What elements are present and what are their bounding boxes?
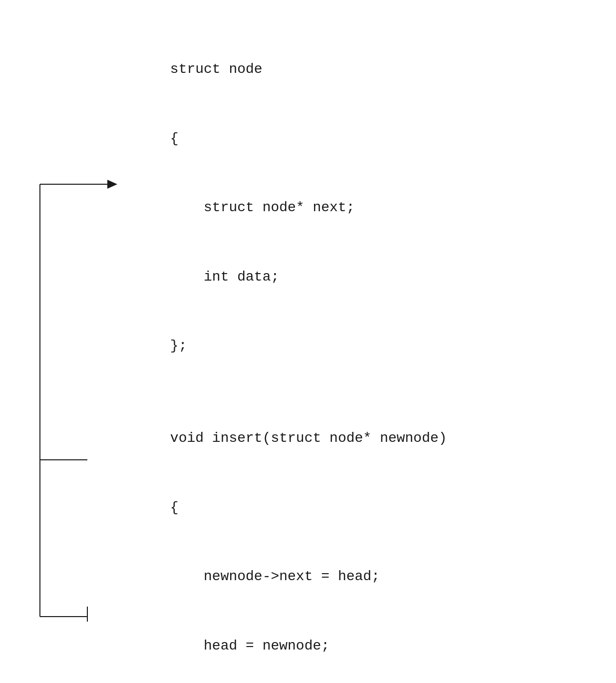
code-text-8: { [170,500,179,515]
code-text-5: }; [170,338,187,353]
code-line-8: { [120,473,616,543]
code-text-2: { [170,131,179,146]
code-line-10: head = newnode; [120,612,616,681]
code-line-2: { [120,104,616,174]
code-text-3: struct node* next; [170,200,355,215]
code-line-1: struct node [120,35,616,104]
code-line-5: }; [120,312,616,381]
code-line-3: struct node* next; [120,173,616,243]
code-text-7: void insert(struct node* newnode) [170,430,447,446]
page-container: struct node { struct node* next; int dat… [0,20,616,683]
code-text-10: head = newnode; [170,638,329,654]
code-area: struct node { struct node* next; int dat… [0,20,616,683]
code-text-1: struct node [170,61,263,77]
code-text-4: int data; [170,269,279,285]
code-line-7: void insert(struct node* newnode) [120,404,616,473]
code-line-9: newnode->next = head; [120,542,616,612]
code-line-11: } [120,681,616,683]
code-line-6 [120,381,616,404]
code-text-9: newnode->next = head; [170,569,380,584]
code-line-4: int data; [120,243,616,312]
